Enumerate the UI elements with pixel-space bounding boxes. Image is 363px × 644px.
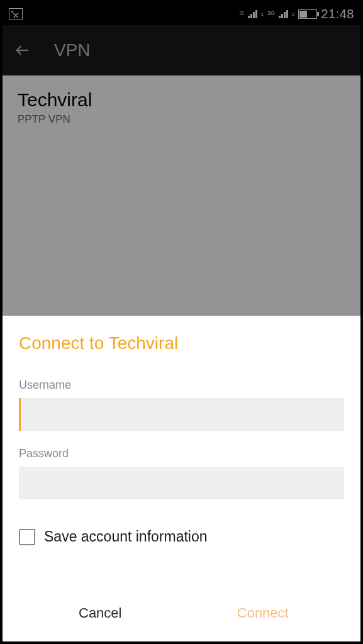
network-type-1: G [240,11,244,16]
save-checkbox[interactable] [19,529,35,545]
battery-icon [298,9,317,19]
username-input[interactable] [19,398,344,431]
connect-dialog: Connect to Techviral Username Password S… [3,316,360,641]
status-bar: G 1 3G 2 21:48 [3,3,360,25]
page-title: VPN [54,40,91,60]
dialog-button-row: Cancel Connect [19,585,344,641]
connect-button-label: Connect [237,605,289,621]
password-input[interactable] [19,467,344,499]
signal-icon-1 [248,9,257,18]
status-clock: 21:48 [321,7,354,21]
vpn-type: PPTP VPN [18,113,345,126]
signal-icon-2 [279,9,288,18]
username-label: Username [19,379,344,392]
password-label: Password [19,447,344,460]
picture-icon [9,8,23,19]
cancel-button[interactable]: Cancel [19,585,182,641]
dialog-title: Connect to Techviral [19,333,344,353]
app-bar: VPN [3,25,360,75]
vpn-list: Techviral PPTP VPN [3,75,360,140]
sim-slot-2: 2 [292,11,294,17]
save-checkbox-label: Save account information [44,528,208,545]
network-type-2: 3G [267,11,275,16]
save-account-row[interactable]: Save account information [19,528,344,545]
vpn-list-item[interactable]: Techviral PPTP VPN [18,89,345,126]
cancel-button-label: Cancel [79,605,121,621]
vpn-name: Techviral [18,89,345,111]
connect-button[interactable]: Connect [182,585,345,641]
back-arrow-icon[interactable] [14,42,31,59]
sim-slot-1: 1 [261,11,264,17]
